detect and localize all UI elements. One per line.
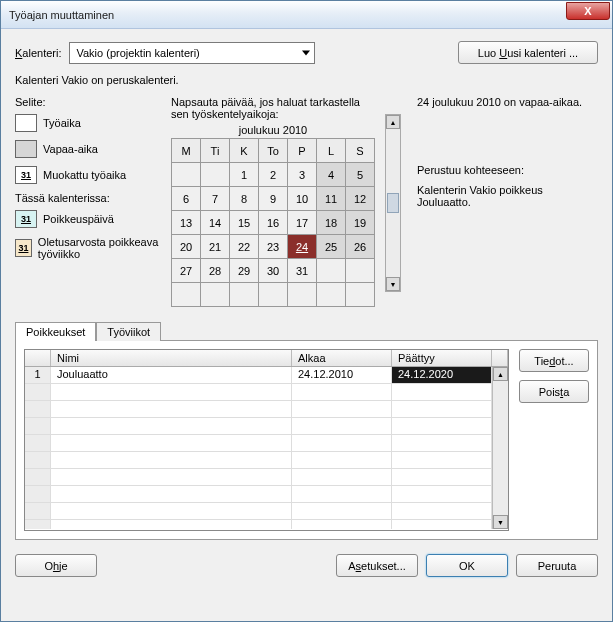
calendar-day[interactable]: 26 <box>346 235 375 259</box>
cell-start[interactable]: 24.12.2010 <box>292 367 392 383</box>
cell-start[interactable] <box>292 435 392 451</box>
calendar-day[interactable]: 17 <box>288 211 317 235</box>
cell-start[interactable] <box>292 503 392 519</box>
new-calendar-button[interactable]: Luo Uusi kalenteri ... <box>458 41 598 64</box>
grid-header-start[interactable]: Alkaa <box>292 350 392 366</box>
calendar-day[interactable]: 16 <box>259 211 288 235</box>
legend-exception-swatch: 31 <box>15 210 37 228</box>
calendar-day[interactable]: 7 <box>201 187 230 211</box>
table-row[interactable] <box>25 520 492 529</box>
calendar-day[interactable]: 8 <box>230 187 259 211</box>
cell-end[interactable] <box>392 503 492 519</box>
calendar-scrollbar[interactable]: ▲ ▼ <box>385 114 401 292</box>
calendar-day[interactable]: 5 <box>346 163 375 187</box>
calendar-day[interactable]: 4 <box>317 163 346 187</box>
cell-start[interactable] <box>292 469 392 485</box>
calendar-day[interactable]: 22 <box>230 235 259 259</box>
table-row[interactable] <box>25 418 492 435</box>
calendar-day[interactable]: 18 <box>317 211 346 235</box>
grid-header-name[interactable]: Nimi <box>51 350 292 366</box>
cell-name[interactable] <box>51 435 292 451</box>
cell-start[interactable] <box>292 486 392 502</box>
calendar-day[interactable]: 10 <box>288 187 317 211</box>
cell-end[interactable] <box>392 486 492 502</box>
cell-end[interactable] <box>392 401 492 417</box>
calendar-day[interactable]: 13 <box>172 211 201 235</box>
calendar-day <box>259 283 288 307</box>
calendar-combo[interactable]: Vakio (projektin kalenteri) <box>69 42 315 64</box>
calendar-day[interactable]: 29 <box>230 259 259 283</box>
table-row[interactable] <box>25 401 492 418</box>
cell-name[interactable] <box>51 452 292 468</box>
calendar-dow: P <box>288 139 317 163</box>
calendar-day[interactable]: 30 <box>259 259 288 283</box>
cell-name[interactable] <box>51 401 292 417</box>
calendar-day[interactable]: 14 <box>201 211 230 235</box>
table-row[interactable] <box>25 384 492 401</box>
calendar-day[interactable]: 28 <box>201 259 230 283</box>
cell-end[interactable] <box>392 418 492 434</box>
ok-button[interactable]: OK <box>426 554 508 577</box>
table-row[interactable] <box>25 435 492 452</box>
cell-start[interactable] <box>292 452 392 468</box>
calendar-day[interactable]: 20 <box>172 235 201 259</box>
grid-scroll-down-icon[interactable]: ▼ <box>493 515 508 529</box>
calendar-day[interactable]: 1 <box>230 163 259 187</box>
grid-scroll-up-icon[interactable]: ▲ <box>493 367 508 381</box>
calendar-day[interactable]: 21 <box>201 235 230 259</box>
cell-start[interactable] <box>292 418 392 434</box>
calendar-day <box>346 259 375 283</box>
legend-work: Työaika <box>15 114 161 132</box>
table-row[interactable] <box>25 452 492 469</box>
cell-end[interactable] <box>392 520 492 529</box>
calendar-day[interactable]: 24 <box>288 235 317 259</box>
calendar-dow: K <box>230 139 259 163</box>
cell-end[interactable] <box>392 435 492 451</box>
cell-name[interactable] <box>51 469 292 485</box>
cell-end[interactable] <box>392 384 492 400</box>
cell-end[interactable] <box>392 452 492 468</box>
cell-start[interactable] <box>292 384 392 400</box>
calendar-day[interactable]: 2 <box>259 163 288 187</box>
cell-name[interactable] <box>51 418 292 434</box>
calendar-day[interactable]: 12 <box>346 187 375 211</box>
table-row[interactable] <box>25 469 492 486</box>
tabs: Poikkeukset Työviikot <box>15 321 598 340</box>
cancel-button[interactable]: Peruuta <box>516 554 598 577</box>
grid-scrollbar[interactable]: ▲ ▼ <box>492 367 508 529</box>
tab-exceptions[interactable]: Poikkeukset <box>15 322 96 341</box>
options-button[interactable]: Asetukset... <box>336 554 418 577</box>
table-row[interactable]: 1Jouluaatto24.12.201024.12.2020 <box>25 367 492 384</box>
close-button[interactable]: X <box>566 2 610 20</box>
calendar-day[interactable]: 9 <box>259 187 288 211</box>
calendar-day[interactable]: 31 <box>288 259 317 283</box>
scroll-thumb[interactable] <box>387 193 399 213</box>
cell-end[interactable] <box>392 469 492 485</box>
details-button[interactable]: Tiedot... <box>519 349 589 372</box>
tab-workweeks[interactable]: Työviikot <box>96 322 161 341</box>
calendar-day[interactable]: 19 <box>346 211 375 235</box>
calendar-day[interactable]: 25 <box>317 235 346 259</box>
scroll-down-icon[interactable]: ▼ <box>386 277 400 291</box>
cell-end[interactable]: 24.12.2020 <box>392 367 492 383</box>
table-row[interactable] <box>25 486 492 503</box>
cell-start[interactable] <box>292 520 392 529</box>
cell-start[interactable] <box>292 401 392 417</box>
calendar-day[interactable]: 6 <box>172 187 201 211</box>
grid-header-end[interactable]: Päättyy <box>392 350 492 366</box>
delete-button[interactable]: Poista <box>519 380 589 403</box>
scroll-up-icon[interactable]: ▲ <box>386 115 400 129</box>
calendar-day[interactable]: 3 <box>288 163 317 187</box>
middle-section: Selite: Työaika Vapaa-aika 31 Muokattu t… <box>15 96 598 307</box>
cell-name[interactable] <box>51 503 292 519</box>
calendar-day[interactable]: 23 <box>259 235 288 259</box>
calendar-day[interactable]: 27 <box>172 259 201 283</box>
cell-name[interactable] <box>51 486 292 502</box>
help-button[interactable]: Ohje <box>15 554 97 577</box>
cell-name[interactable] <box>51 520 292 529</box>
cell-name[interactable] <box>51 384 292 400</box>
table-row[interactable] <box>25 503 492 520</box>
cell-name[interactable]: Jouluaatto <box>51 367 292 383</box>
calendar-day[interactable]: 11 <box>317 187 346 211</box>
calendar-day[interactable]: 15 <box>230 211 259 235</box>
